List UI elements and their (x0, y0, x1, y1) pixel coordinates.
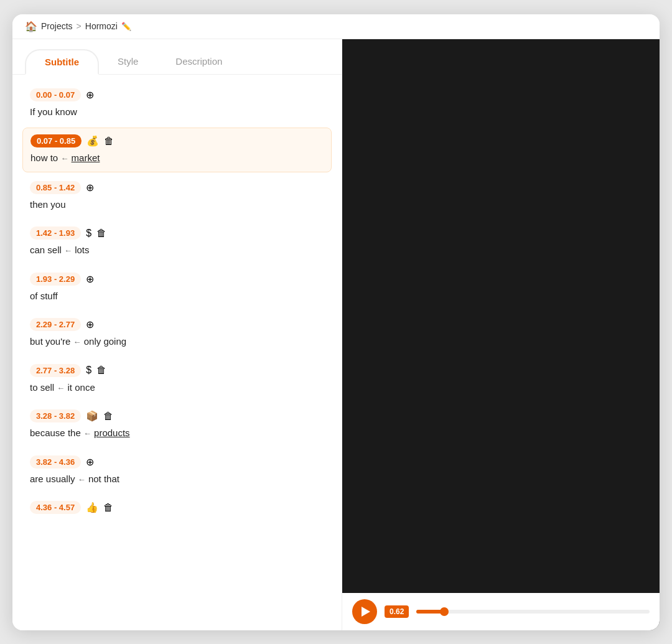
segment-4-header: 1.93 - 2.29 ⊕ (30, 273, 324, 286)
segment-9-time: 4.36 - 4.57 (30, 501, 81, 514)
segment-2: 0.85 - 1.42 ⊕ then you (22, 175, 332, 218)
breadcrumb-separator: > (77, 21, 82, 31)
time-indicator: 0.62 (385, 605, 409, 618)
segment-8-time: 3.82 - 4.36 (30, 455, 81, 469)
segment-4-time: 1.93 - 2.29 (30, 273, 81, 286)
segment-7-header: 3.28 - 3.82 📦 🗑 (30, 409, 324, 422)
segment-6-text[interactable]: to sell ← it once (30, 381, 324, 395)
segment-2-header: 0.85 - 1.42 ⊕ (30, 181, 324, 194)
progress-thumb[interactable] (440, 607, 449, 616)
segment-1-text[interactable]: how to ← market (30, 151, 324, 166)
play-button[interactable] (352, 599, 377, 624)
segment-0-add-icon[interactable]: ⊕ (86, 89, 94, 101)
segment-2-time: 0.85 - 1.42 (30, 181, 81, 194)
segment-1-time: 0.07 - 0.85 (30, 134, 82, 147)
segment-5-header: 2.29 - 2.77 ⊕ (30, 318, 324, 331)
segment-2-text[interactable]: then you (30, 198, 324, 212)
progress-bar[interactable] (416, 610, 650, 614)
segment-6-dollar-icon[interactable]: $ (86, 365, 91, 376)
left-panel: Subtitle Style Description 0.00 - 0.07 ⊕… (12, 39, 342, 630)
segment-9-header: 4.36 - 4.57 👍 🗑 (30, 501, 324, 514)
tab-style[interactable]: Style (99, 49, 157, 74)
segment-8: 3.82 - 4.36 ⊕ are usually ← not that (22, 449, 332, 493)
segment-7-text[interactable]: because the ← products (30, 426, 324, 441)
tabs-container: Subtitle Style Description (12, 39, 342, 75)
segment-5-add-icon[interactable]: ⊕ (86, 319, 94, 330)
segment-4: 1.93 - 2.29 ⊕ of stuff (22, 266, 332, 310)
segment-3-header: 1.42 - 1.93 $ 🗑 (30, 226, 324, 240)
segment-8-header: 3.82 - 4.36 ⊕ (30, 455, 324, 469)
segment-6-delete-icon[interactable]: 🗑 (96, 365, 106, 376)
projects-link[interactable]: Projects (41, 21, 73, 31)
segment-5-text[interactable]: but you're ← only going (30, 335, 324, 349)
tab-subtitle[interactable]: Subtitle (25, 49, 99, 75)
video-controls: 0.62 (342, 593, 660, 630)
segment-3-dollar-icon[interactable]: $ (86, 228, 91, 239)
segment-3: 1.42 - 1.93 $ 🗑 can sell ← lots (22, 220, 332, 264)
subtitle-list: 0.00 - 0.07 ⊕ If you know 0.07 - 0.85 💰 … (12, 75, 342, 630)
segment-9: 4.36 - 4.57 👍 🗑 (22, 495, 332, 524)
segment-1-delete-icon[interactable]: 🗑 (104, 136, 114, 147)
segment-0-time: 0.00 - 0.07 (30, 88, 81, 101)
project-name: Hormozi (85, 21, 118, 31)
tab-description[interactable]: Description (157, 49, 241, 74)
segment-3-time: 1.42 - 1.93 (30, 226, 81, 240)
segment-5-time: 2.29 - 2.77 (30, 318, 81, 331)
segment-3-delete-icon[interactable]: 🗑 (96, 228, 106, 239)
segment-0-text[interactable]: If you know (30, 105, 324, 119)
segment-6-header: 2.77 - 3.28 $ 🗑 (30, 364, 324, 377)
segment-9-thumbs-icon[interactable]: 👍 (86, 502, 98, 513)
segment-7: 3.28 - 3.82 📦 🗑 because the ← products (22, 403, 332, 447)
segment-0-header: 0.00 - 0.07 ⊕ (30, 88, 324, 101)
app-container: 🏠 Projects > Hormozi ✏️ Subtitle Style D… (12, 14, 660, 630)
segment-8-add-icon[interactable]: ⊕ (86, 456, 94, 468)
segment-9-delete-icon[interactable]: 🗑 (103, 502, 113, 513)
segment-1: 0.07 - 0.85 💰 🗑 how to ← market (22, 128, 332, 172)
segment-7-time: 3.28 - 3.82 (30, 409, 81, 422)
segment-0: 0.00 - 0.07 ⊕ If you know (22, 82, 332, 126)
segment-5: 2.29 - 2.77 ⊕ but you're ← only going (22, 312, 332, 355)
home-icon[interactable]: 🏠 (25, 21, 37, 32)
segment-6-time: 2.77 - 3.28 (30, 364, 81, 377)
right-panel: LOW RES PREVIEW (342, 39, 660, 630)
segment-3-text[interactable]: can sell ← lots (30, 243, 324, 258)
edit-icon[interactable]: ✏️ (121, 22, 131, 31)
segment-8-text[interactable]: are usually ← not that (30, 472, 324, 487)
segment-7-delete-icon[interactable]: 🗑 (103, 411, 113, 422)
segment-1-header: 0.07 - 0.85 💰 🗑 (30, 134, 324, 147)
video-area: LOW RES PREVIEW (342, 39, 660, 593)
top-bar: 🏠 Projects > Hormozi ✏️ (12, 14, 660, 39)
segment-2-add-icon[interactable]: ⊕ (86, 182, 94, 194)
segment-6: 2.77 - 3.28 $ 🗑 to sell ← it once (22, 358, 332, 401)
segment-1-emoji-icon[interactable]: 💰 (86, 135, 99, 147)
segment-4-add-icon[interactable]: ⊕ (86, 273, 94, 285)
segment-7-emoji-icon[interactable]: 📦 (86, 410, 98, 422)
main-content: Subtitle Style Description 0.00 - 0.07 ⊕… (12, 39, 660, 630)
segment-4-text[interactable]: of stuff (30, 289, 324, 304)
